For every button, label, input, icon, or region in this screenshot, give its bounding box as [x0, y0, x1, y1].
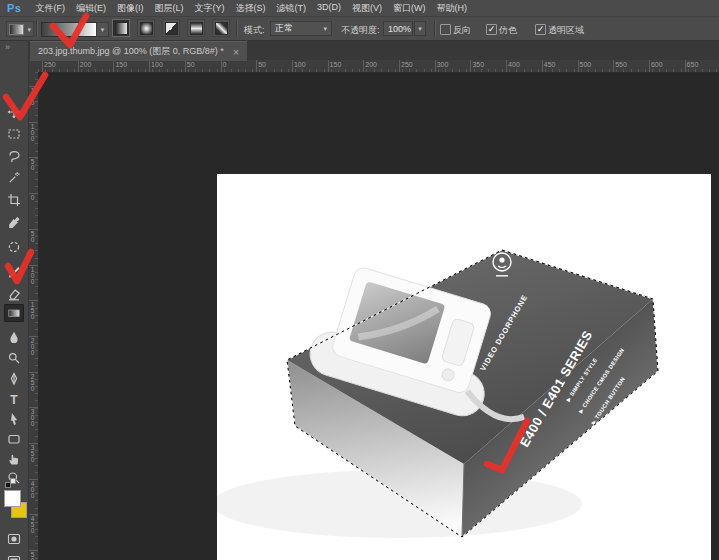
- brush-tool[interactable]: [4, 263, 24, 281]
- eraser-tool[interactable]: [4, 285, 24, 303]
- ruler-tick: [542, 60, 543, 72]
- diamond-gradient-button[interactable]: [212, 19, 230, 37]
- checkbox-label-反向: 反向: [453, 24, 471, 37]
- menu-3dd[interactable]: 3D(D): [317, 2, 341, 15]
- blend-mode-value: 正常: [275, 22, 293, 35]
- collapse-panel-button[interactable]: »: [5, 42, 10, 52]
- healing-tool[interactable]: [4, 238, 24, 256]
- ruler-label: 100: [294, 61, 306, 68]
- crop-tool[interactable]: [4, 191, 24, 209]
- menu-y[interactable]: 文字(Y): [194, 2, 224, 15]
- checkbox-透明区域[interactable]: ✓: [535, 24, 546, 35]
- ruler-tick: [149, 60, 150, 72]
- blend-mode-select[interactable]: 正常 ▾: [270, 21, 332, 36]
- checkbox-仿色[interactable]: ✓: [486, 24, 497, 35]
- pen-tool[interactable]: [4, 370, 24, 388]
- dodge-icon: [7, 351, 21, 365]
- menu-w[interactable]: 窗口(W): [393, 2, 426, 15]
- reflected-gradient-icon: [190, 22, 203, 35]
- path-select-tool[interactable]: [4, 410, 24, 428]
- blur-tool[interactable]: [4, 328, 24, 346]
- angle-gradient-button[interactable]: [162, 19, 180, 37]
- quick-mask-button[interactable]: [4, 530, 24, 548]
- ruler-tick: [613, 60, 614, 72]
- marquee-tool[interactable]: [4, 125, 24, 143]
- ruler-tick: [292, 60, 293, 72]
- gradient-preview[interactable]: [41, 22, 97, 37]
- ruler-label: 3 0 0: [29, 409, 36, 427]
- opacity-dropdown-arrow[interactable]: ▾: [414, 21, 426, 36]
- magic-wand-icon: [7, 171, 21, 185]
- eyedropper-icon: [7, 216, 21, 230]
- tool-options-bar: ▾ ▾ 模式: 正常 ▾ 不透明度: 100% ▾ 反向✓仿色✓透明区域: [0, 17, 719, 41]
- tool-preset-picker[interactable]: ▾: [6, 21, 34, 37]
- product-box-artwork: VIDEO DOORPHONE E400 / E401 SERIES ▶ SIM…: [217, 174, 711, 560]
- opacity-input[interactable]: 100%: [383, 21, 413, 36]
- ruler-label: 2 5 0: [29, 374, 36, 392]
- radial-gradient-button[interactable]: [137, 19, 155, 37]
- menu-f[interactable]: 文件(F): [35, 2, 65, 15]
- magic-wand-tool[interactable]: [4, 169, 24, 187]
- shape-tool[interactable]: [4, 430, 24, 448]
- lasso-tool[interactable]: [4, 147, 24, 165]
- gradient-tool[interactable]: [4, 304, 24, 322]
- screen-mode-button[interactable]: [4, 552, 24, 560]
- move-tool[interactable]: [4, 103, 24, 121]
- ruler-label: 1 0 0: [29, 267, 36, 285]
- ruler-label: 450: [544, 61, 556, 68]
- divider: [434, 20, 436, 37]
- path-select-icon: [7, 412, 21, 426]
- swap-colors-icon[interactable]: [10, 478, 16, 484]
- svg-text:T: T: [10, 393, 18, 407]
- ruler-tick: [649, 60, 650, 72]
- menu-l[interactable]: 图层(L): [154, 2, 183, 15]
- type-tool[interactable]: T: [4, 390, 24, 408]
- document-image[interactable]: VIDEO DOORPHONE E400 / E401 SERIES ▶ SIM…: [217, 174, 711, 560]
- tools-panel: » T: [0, 41, 29, 560]
- ruler-tick: [435, 60, 436, 72]
- canvas-area[interactable]: VIDEO DOORPHONE E400 / E401 SERIES ▶ SIM…: [28, 72, 719, 560]
- ruler-label: 200: [80, 61, 92, 68]
- reflected-gradient-button[interactable]: [187, 19, 205, 37]
- linear-gradient-button[interactable]: [112, 19, 130, 37]
- menu-i[interactable]: 图像(I): [117, 2, 144, 15]
- document-tab[interactable]: 203.jpg.thumb.jpg @ 100% (图层 0, RGB/8#) …: [30, 41, 247, 61]
- crop-icon: [7, 193, 21, 207]
- ruler-label: 650: [687, 61, 699, 68]
- chevron-down-icon: ▾: [27, 26, 31, 33]
- blur-icon: [7, 330, 21, 344]
- photoshop-window: Ps 文件(F)编辑(E)图像(I)图层(L)文字(Y)选择(S)滤镜(T)3D…: [0, 0, 719, 560]
- ruler-tick: [221, 60, 222, 72]
- ruler-label: 0: [29, 195, 36, 201]
- ruler-tick: [113, 60, 114, 72]
- opacity-label: 不透明度:: [341, 24, 380, 37]
- ruler-label: 200: [365, 61, 377, 68]
- checkbox-label-仿色: 仿色: [499, 24, 517, 37]
- menu-e[interactable]: 编辑(E): [76, 2, 106, 15]
- hand-tool[interactable]: [4, 450, 24, 468]
- menu-h[interactable]: 帮助(H): [436, 2, 467, 15]
- close-tab-icon[interactable]: ×: [233, 47, 239, 57]
- ruler-tick: [578, 60, 579, 72]
- dodge-tool[interactable]: [4, 349, 24, 367]
- ruler-tick: [470, 60, 471, 72]
- healing-icon: [7, 240, 21, 254]
- checkbox-反向[interactable]: [440, 24, 451, 35]
- menu-t[interactable]: 滤镜(T): [276, 2, 306, 15]
- menu-v[interactable]: 视图(V): [352, 2, 382, 15]
- marquee-icon: [7, 127, 21, 141]
- eyedropper-tool[interactable]: [4, 214, 24, 232]
- hand-icon: [7, 452, 21, 466]
- gradient-picker-arrow[interactable]: ▾: [96, 22, 109, 37]
- document-title: 203.jpg.thumb.jpg @ 100% (图层 0, RGB/8#) …: [38, 45, 224, 58]
- menu-bar: Ps 文件(F)编辑(E)图像(I)图层(L)文字(Y)选择(S)滤镜(T)3D…: [0, 0, 719, 17]
- horizontal-ruler[interactable]: 2502001501005005010015020025030035040045…: [38, 60, 719, 73]
- ruler-label: 300: [437, 61, 449, 68]
- menu-s[interactable]: 选择(S): [235, 2, 265, 15]
- foreground-color-swatch[interactable]: [4, 490, 21, 507]
- vertical-ruler[interactable]: 1 5 01 0 05 005 01 0 01 5 02 0 02 5 03 0…: [28, 72, 39, 560]
- ruler-label: 5 0 0: [29, 552, 36, 560]
- ruler-tick: [42, 60, 43, 72]
- brush-icon: [7, 265, 21, 279]
- ruler-tick: [78, 60, 79, 72]
